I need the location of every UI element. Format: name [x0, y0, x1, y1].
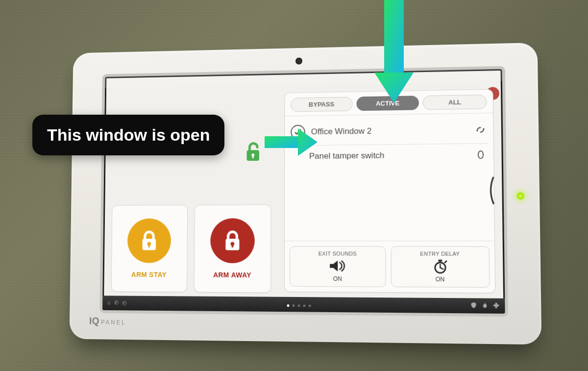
svg-rect-5: [148, 245, 150, 247]
bottom-left-icons: ⌂ ✆ ◴: [107, 299, 127, 306]
medical-icon[interactable]: [492, 302, 500, 309]
sensor-name: Panel tamper switch: [309, 150, 468, 161]
drawer-handle[interactable]: [487, 175, 495, 205]
sensor-list: Office Window 2 Panel tamper switch: [285, 113, 494, 241]
shield-icon[interactable]: [470, 302, 477, 309]
camera-dot: [295, 57, 302, 64]
entry-delay-state: ON: [436, 276, 445, 283]
arm-away-icon: [210, 218, 255, 263]
tab-all[interactable]: ALL: [423, 95, 487, 110]
stopwatch-icon: [430, 259, 450, 274]
sensor-tamper-icon: [474, 149, 487, 160]
disarmed-lock-icon: [241, 139, 265, 164]
bottom-right-icons: [470, 302, 500, 309]
arm-stay-label: ARM STAY: [131, 271, 167, 278]
device-brand: IQPANEL: [89, 316, 126, 327]
sensor-panel: BYPASS ACTIVE ALL Office Window 2: [284, 89, 495, 294]
clock-icon[interactable]: ◴: [122, 299, 127, 306]
svg-point-11: [478, 151, 484, 158]
iq-panel-device: IQPANEL: [70, 43, 542, 345]
phone-icon[interactable]: ✆: [114, 299, 119, 306]
toggle-exit-sounds[interactable]: EXIT SOUNDS ON: [290, 246, 386, 287]
bottom-bar: ⌂ ✆ ◴: [102, 296, 505, 314]
exit-sounds-state: ON: [333, 275, 342, 282]
arm-away-label: ARM AWAY: [213, 271, 251, 279]
toggle-entry-delay[interactable]: ENTRY DELAY ON: [391, 246, 490, 288]
arm-options: ARM STAY ARM AWAY: [111, 204, 271, 293]
brand-panel: PANEL: [101, 319, 126, 326]
sensor-check-icon[interactable]: [291, 125, 305, 140]
brand-iq: IQ: [89, 316, 99, 326]
sensor-row-panel-tamper[interactable]: Panel tamper switch: [290, 144, 489, 167]
svg-rect-13: [438, 260, 442, 262]
svg-rect-2: [252, 155, 254, 158]
arm-stay-button[interactable]: ARM STAY: [111, 205, 188, 293]
tab-active[interactable]: ACTIVE: [356, 96, 419, 111]
sensor-open-icon: [474, 124, 487, 136]
sensor-toggles: EXIT SOUNDS ON ENTRY DELAY: [285, 241, 495, 293]
sensor-name: Office Window 2: [311, 125, 468, 137]
arm-away-button[interactable]: ARM AWAY: [194, 204, 271, 293]
sensor-row-office-window-2[interactable]: Office Window 2: [290, 116, 488, 146]
svg-rect-8: [231, 245, 233, 247]
status-bar: [105, 69, 502, 88]
svg-line-16: [440, 268, 443, 269]
flame-icon[interactable]: [481, 302, 489, 309]
exit-sounds-title: EXIT SOUNDS: [318, 250, 357, 256]
entry-delay-title: ENTRY DELAY: [420, 251, 460, 257]
svg-line-17: [445, 261, 446, 263]
wall-background: IQPANEL: [0, 0, 588, 371]
page-dots: [287, 304, 311, 307]
home-icon[interactable]: ⌂: [107, 299, 111, 306]
status-led: [517, 192, 524, 199]
touchscreen[interactable]: ARM STAY ARM AWAY: [102, 69, 505, 314]
speaker-icon: [327, 258, 348, 273]
arm-stay-icon: [127, 219, 171, 263]
tab-bypass[interactable]: BYPASS: [291, 97, 352, 112]
sensor-tabs: BYPASS ACTIVE ALL: [285, 90, 493, 117]
